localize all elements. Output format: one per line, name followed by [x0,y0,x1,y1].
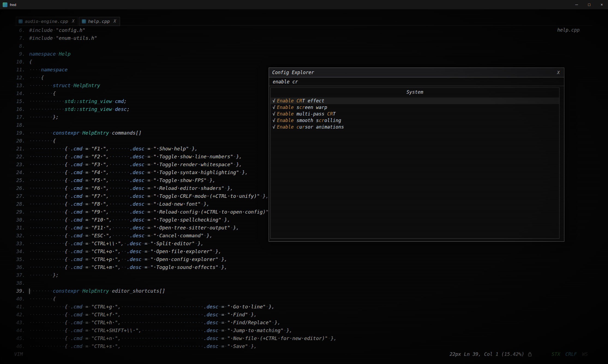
config-search-input[interactable] [272,79,547,85]
line-number: 17. [13,113,25,121]
line-number: 35. [13,255,25,263]
code-line[interactable]: 6.#include·"config.h" [13,26,608,34]
config-option[interactable]: √Enable screen warp [271,104,559,111]
checkbox-check-icon[interactable]: √ [272,98,275,104]
config-option-list: √Enable CRT effect√Enable screen warp√En… [271,98,559,130]
tab-bar: audio-engine.cpp X help.cpp X [16,17,120,26]
line-number: 39. [13,287,25,295]
editor-screen: audio-engine.cpp X help.cpp X help.cpp 6… [0,9,608,364]
vim-mode-indicator: VIM [14,351,23,357]
checkbox-check-icon[interactable]: √ [272,105,275,110]
window-title: fred [10,3,16,7]
config-option[interactable]: √Enable CRT effect [271,98,559,104]
line-number: 32. [13,232,25,239]
code-line[interactable]: 10.{ [13,58,608,66]
code-line[interactable]: 34.············{·.cmd·=·"CTRL+o·",··.des… [13,247,608,255]
checkbox-check-icon[interactable]: √ [272,111,275,117]
line-number: 13. [13,81,25,89]
close-button[interactable]: × [595,0,608,9]
filename-overlay: help.cpp [557,27,580,33]
line-number: 22. [13,153,25,160]
line-number: 11. [13,66,25,74]
lock-icon[interactable] [528,352,532,357]
code-line[interactable]: 40.········{ [13,295,608,303]
code-line[interactable]: 8. [13,42,608,50]
code-line[interactable]: 45.············{·.cmd·=·"CTRL+n·",······… [13,334,608,342]
line-number: 37. [13,271,25,279]
checkbox-check-icon[interactable]: √ [272,118,275,123]
code-line[interactable]: 37.········}; [13,271,608,279]
status-indicators: STXCRLFWS [552,351,588,357]
line-number: 8. [13,42,25,50]
code-line[interactable]: 36.············{·.cmd·=·"CTRL+m·",··.des… [13,263,608,271]
tab-label: help.cpp [88,19,110,24]
line-number: 40. [13,295,25,303]
code-line[interactable]: 43.············{·.cmd·=·"CTRL+h·",······… [13,318,608,326]
line-number: 29. [13,208,25,216]
tab-audio-engine[interactable]: audio-engine.cpp X [16,17,78,26]
line-number: 21. [13,145,25,153]
line-number: 16. [13,105,25,113]
line-number: 19. [13,129,25,137]
line-number: 6. [13,26,25,34]
line-number: 26. [13,184,25,192]
code-line[interactable]: 35.············{·.cmd·=·"CTRL+p·",··.des… [13,255,608,263]
line-number: 30. [13,216,25,224]
config-option[interactable]: √Enable multi-pass CRT [271,111,559,117]
app-icon [3,2,7,7]
line-number: 9. [13,50,25,58]
code-line[interactable]: 38. [13,279,608,287]
line-number: 14. [13,89,25,97]
line-number: 12. [13,74,25,81]
line-number: 31. [13,224,25,232]
line-number: 27. [13,192,25,200]
code-line[interactable]: 7.#include·"enum-utils.h" [13,34,608,42]
line-number: 18. [13,121,25,129]
checkbox-check-icon[interactable]: √ [272,124,275,130]
line-number: 24. [13,168,25,176]
status-indicator-stx[interactable]: STX [552,351,560,357]
line-number: 15. [13,97,25,105]
code-line[interactable]: 46.············{·.cmd·=·"CTRL+s·",······… [13,342,608,350]
config-explorer-body: System √Enable CRT effect√Enable screen … [270,87,559,239]
tab-close-icon[interactable]: X [113,19,116,24]
line-number: 33. [13,239,25,247]
line-number: 45. [13,334,25,342]
line-number: 23. [13,160,25,168]
cpp-file-icon [19,19,23,23]
code-line[interactable]: 42.············{·.cmd·=·"CTRL+f·",······… [13,311,608,318]
cpp-file-icon [82,19,86,23]
config-explorer-panel: Config Explorer X System √Enable CRT eff… [269,68,564,242]
config-search-row [269,77,564,86]
config-option[interactable]: √Enable cursor animations [271,124,559,130]
window-titlebar: fred ─ □ × [0,0,608,9]
status-position-info: 22px Ln 39, Col 1 (15.42%) [450,351,524,357]
config-section-header: System [271,89,559,95]
line-number: 7. [13,34,25,42]
line-number: 38. [13,279,25,287]
line-number: 36. [13,263,25,271]
config-option[interactable]: √Enable smooth scrolling [271,117,559,124]
code-line[interactable]: 9.namespace·Help [13,50,608,58]
line-number: 20. [13,137,25,145]
config-explorer-title: Config Explorer [272,70,314,75]
line-number: 34. [13,247,25,255]
line-number: 10. [13,58,25,66]
maximize-button[interactable]: □ [583,0,595,9]
line-number: 28. [13,200,25,208]
status-indicator-crlf[interactable]: CRLF [565,351,577,357]
status-indicator-ws[interactable]: WS [582,351,588,357]
tab-label: audio-engine.cpp [25,19,68,24]
line-number: 25. [13,176,25,184]
minimize-button[interactable]: ─ [570,0,583,9]
tab-close-icon[interactable]: X [72,19,74,24]
line-number: 41. [13,303,25,311]
code-line[interactable]: 41.············{·.cmd·=·"CTRL+g·",······… [13,303,608,311]
config-close-icon[interactable]: X [556,69,561,76]
tab-help[interactable]: help.cpp X [79,17,120,26]
code-line[interactable]: 44.············{·.cmd·=·"CTRL+SHIFT+\\·"… [13,326,608,334]
config-explorer-titlebar: Config Explorer X [269,68,564,77]
code-line[interactable]: 39.········constexpr·HelpEntry·editor_sh… [13,287,608,295]
line-number: 46. [13,342,25,350]
line-number: 43. [13,318,25,326]
